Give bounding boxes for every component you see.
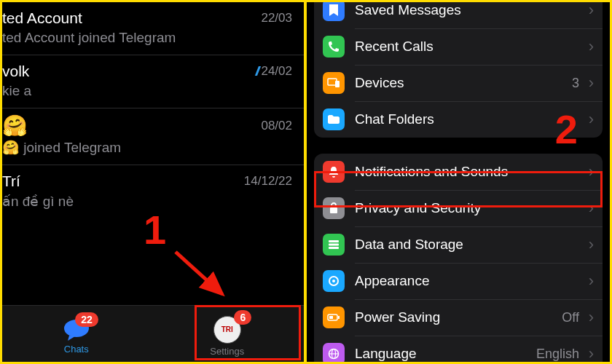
chat-date: 22/03 [261, 11, 292, 25]
chat-date: 14/12/22 [244, 174, 292, 189]
phone-icon [323, 36, 345, 58]
row-label: Language [355, 346, 417, 362]
row-trailing: English [536, 347, 579, 362]
chat-subtitle: kie a [2, 83, 292, 99]
svg-point-9 [332, 280, 335, 282]
row-label: Devices [355, 75, 404, 91]
chat-row[interactable]: volk // 24/02 kie a [2, 55, 304, 108]
row-label: Power Saving [355, 309, 440, 325]
chat-row[interactable]: ted Account 22/03 ted Account joined Tel… [2, 2, 304, 55]
bookmark-icon [323, 2, 345, 21]
row-label: Appearance [355, 273, 429, 289]
row-label: Data and Storage [355, 237, 463, 253]
row-label: Privacy and Security [355, 200, 481, 216]
chevron-right-icon: › [589, 235, 594, 254]
svg-rect-7 [329, 247, 339, 249]
chevron-right-icon: › [589, 2, 594, 20]
chevron-right-icon: › [589, 74, 594, 92]
chat-title: volk [2, 63, 29, 80]
devices-icon [323, 72, 345, 94]
row-notifications[interactable]: Notifications and Sounds › [314, 154, 603, 190]
svg-rect-4 [330, 207, 337, 213]
chat-date: 08/02 [261, 119, 292, 133]
folder-icon [323, 108, 345, 130]
row-saved-messages[interactable]: Saved Messages › [314, 2, 603, 28]
svg-rect-11 [338, 316, 340, 319]
row-trailing: Off [562, 310, 579, 325]
settings-group: Notifications and Sounds › Privacy and S… [314, 154, 603, 362]
row-power-saving[interactable]: Power Saving Off › [314, 299, 603, 336]
lock-icon [323, 197, 345, 219]
svg-rect-3 [335, 81, 340, 87]
battery-icon [323, 306, 345, 328]
chat-list-panel: ted Account 22/03 ted Account joined Tel… [2, 2, 304, 362]
chat-subtitle: ted Account joined Telegram [2, 30, 292, 46]
chevron-right-icon: › [589, 344, 594, 362]
row-data-storage[interactable]: Data and Storage › [314, 226, 603, 263]
chat-title: Trí [2, 173, 20, 190]
row-chat-folders[interactable]: Chat Folders › [314, 101, 603, 138]
tab-label: Chats [64, 344, 89, 355]
globe-icon [323, 343, 345, 362]
row-language[interactable]: Language English › [314, 336, 603, 362]
svg-rect-5 [329, 240, 339, 242]
tab-chats[interactable]: 22 Chats [42, 315, 111, 357]
chats-badge: 22 [75, 312, 98, 327]
read-checks-icon: // [255, 64, 256, 79]
chat-row[interactable]: Trí 14/12/22 ấn đề gì nè [2, 165, 304, 218]
chat-subtitle: ấn đề gì nè [2, 193, 292, 210]
row-trailing: 3 [572, 76, 579, 91]
settings-panel: Saved Messages › Recent Calls › Devices … [307, 2, 610, 362]
settings-group: Saved Messages › Recent Calls › Devices … [314, 2, 603, 138]
tab-bar: 22 Chats TRI 6 Settings [2, 305, 304, 362]
row-label: Recent Calls [355, 39, 434, 55]
chat-title: ted Account [2, 9, 82, 27]
row-devices[interactable]: Devices 3 › [314, 65, 603, 101]
row-privacy-security[interactable]: Privacy and Security › [314, 190, 603, 226]
chat-date: // 24/02 [255, 64, 292, 79]
settings-badge: 6 [234, 310, 251, 325]
chat-subtitle: 🤗 joined Telegram [2, 139, 292, 156]
annotation-arrow-icon [170, 246, 235, 304]
bell-icon [323, 161, 345, 183]
svg-line-1 [176, 252, 222, 294]
chevron-right-icon: › [589, 199, 594, 218]
row-label: Notifications and Sounds [355, 164, 508, 180]
tab-label: Settings [210, 346, 244, 357]
svg-rect-6 [329, 244, 339, 246]
data-icon [323, 234, 345, 256]
row-appearance[interactable]: Appearance › [314, 263, 603, 299]
row-label: Chat Folders [355, 111, 434, 127]
chevron-right-icon: › [589, 162, 594, 181]
chevron-right-icon: › [589, 110, 594, 129]
chevron-right-icon: › [589, 272, 594, 290]
appearance-icon [323, 270, 345, 292]
chat-row[interactable]: 🤗 08/02 🤗 joined Telegram [2, 108, 304, 165]
tab-settings[interactable]: TRI 6 Settings [189, 313, 264, 360]
chevron-right-icon: › [589, 37, 594, 56]
row-recent-calls[interactable]: Recent Calls › [314, 28, 603, 65]
chat-avatar-emoji: 🤗 [2, 116, 28, 136]
chevron-right-icon: › [589, 308, 594, 327]
svg-rect-12 [329, 316, 333, 319]
row-label: Saved Messages [355, 2, 461, 18]
